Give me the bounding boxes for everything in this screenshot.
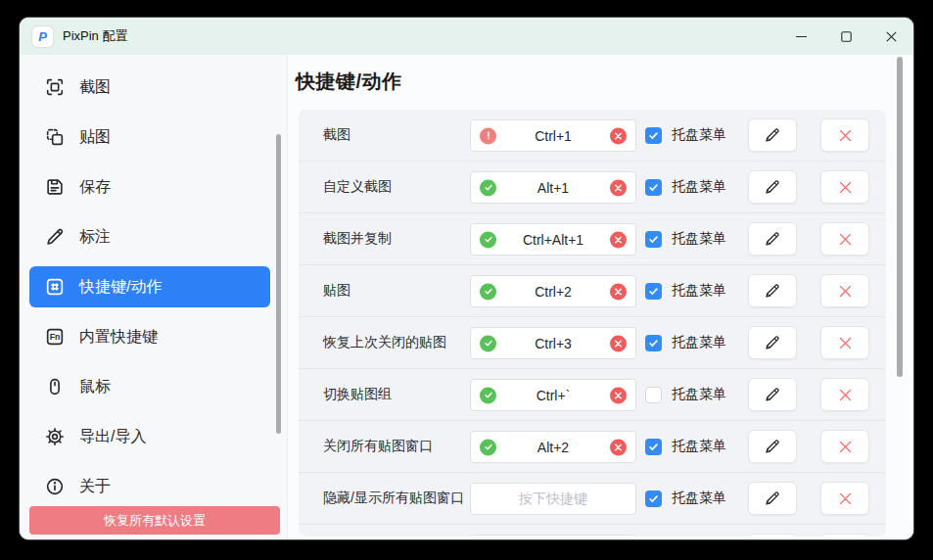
hotkey-input[interactable]: 按下快捷键 [470,483,636,515]
pencil-icon [764,178,781,196]
delete-x-icon [837,387,854,403]
edit-hotkey-button[interactable] [748,118,797,152]
annotate-pencil-icon [44,226,66,248]
delete-hotkey-button[interactable] [820,222,869,256]
maximize-icon [841,31,852,42]
tray-menu-label: 托盘菜单 [672,438,726,455]
delete-hotkey-button[interactable] [820,534,869,537]
tray-menu-checkbox[interactable] [645,283,662,300]
delete-x-icon [837,335,854,351]
maximize-button[interactable] [823,18,868,55]
restore-defaults-button[interactable]: 恢复所有默认设置 [29,506,280,535]
sidebar-nav: 截图 贴图 保存 [20,55,287,507]
hotkey-hash-icon [44,276,66,298]
sidebar-item-label: 贴图 [79,127,111,148]
minimize-icon [796,31,807,42]
edit-hotkey-button[interactable] [748,430,797,463]
tray-menu-checkbox[interactable] [645,127,662,144]
hotkey-row: 贴图 Ctrl+2 托盘菜单 [299,265,886,317]
sidebar-item-save[interactable]: 保存 [29,166,270,208]
hotkey-row: 隐藏/显示所有贴图窗口 按下快捷键 托盘菜单 [299,473,886,525]
clear-hotkey-icon[interactable] [610,231,627,248]
sidebar-item-mouse[interactable]: 鼠标 [29,366,270,407]
sidebar-item-annotate[interactable]: 标注 [29,216,270,257]
pencil-icon [764,230,781,248]
hotkey-input[interactable]: Ctrl+2 [470,275,636,307]
pin-image-icon [44,126,66,148]
clear-hotkey-icon[interactable] [610,387,627,403]
hotkey-value: 按下快捷键 [471,484,635,514]
save-icon [44,176,66,198]
hotkey-row: 截图 Ctrl+1 托盘菜单 [299,110,886,162]
clear-hotkey-icon[interactable] [610,335,627,351]
titlebar[interactable]: P PixPin 配置 [20,18,913,55]
clear-hotkey-icon[interactable] [610,179,627,196]
edit-hotkey-button[interactable] [748,274,797,307]
hotkey-input[interactable]: Alt+2 [470,431,636,463]
tray-menu-label: 托盘菜单 [672,490,726,507]
sidebar-item-export-import[interactable]: 导出/导入 [29,416,270,457]
screenshot-icon [44,76,66,98]
clear-hotkey-icon[interactable] [610,439,627,455]
gear-icon [44,426,66,447]
delete-hotkey-button[interactable] [820,326,869,359]
desktop-background: { "colors": { "titlebar_bg": "#e6f2ed", … [0,0,933,560]
sidebar-item-label: 鼠标 [79,377,111,397]
delete-hotkey-button[interactable] [820,170,869,204]
main-scrollbar[interactable] [897,57,903,377]
main-content: 快捷键/动作 截图 Ctrl+1 托盘菜单 [288,55,913,539]
delete-hotkey-button[interactable] [820,118,869,152]
edit-hotkey-button[interactable] [748,482,797,515]
hotkey-input[interactable]: Ctrl+` [470,379,636,411]
sidebar-item-pin-image[interactable]: 贴图 [29,117,270,158]
edit-hotkey-button[interactable] [748,170,797,204]
tray-menu-label: 托盘菜单 [672,282,726,300]
hotkey-row-label: 恢复上次关闭的贴图 [323,334,446,351]
delete-x-icon [837,127,854,144]
delete-x-icon [837,439,854,455]
edit-hotkey-button[interactable] [748,222,797,256]
hotkey-row-label: 自定义截图 [323,178,392,196]
clear-hotkey-icon[interactable] [610,127,627,144]
delete-hotkey-button[interactable] [820,430,869,463]
minimize-button[interactable] [778,18,823,55]
sidebar-item-label: 快捷键/动作 [79,277,162,298]
delete-x-icon [837,490,854,507]
delete-hotkey-button[interactable] [820,274,869,307]
close-button[interactable] [868,18,913,55]
sidebar-item-screenshot[interactable]: 截图 [29,67,270,108]
delete-hotkey-button[interactable] [820,378,869,411]
tray-menu-checkbox[interactable] [645,335,662,351]
hotkey-input[interactable]: Alt+1 [470,171,636,204]
hotkey-row-label: 隐藏/显示所有贴图窗口 [323,490,464,507]
tray-menu-checkbox[interactable] [645,490,662,507]
tray-menu-checkbox[interactable] [645,439,662,455]
edit-hotkey-button[interactable] [748,326,797,359]
delete-x-icon [837,179,854,196]
hotkey-input[interactable]: Ctrl+1 [470,119,636,152]
hotkey-row-label: 截图并复制 [323,230,392,248]
hotkey-row: 切换贴图组 Ctrl+` 托盘菜单 [299,369,886,421]
tray-menu-checkbox[interactable] [645,387,662,403]
clear-hotkey-icon[interactable] [610,283,627,300]
sidebar-item-label: 截图 [79,77,111,98]
tray-menu-checkbox[interactable] [645,179,662,196]
hotkey-row-label: 切换贴图组 [323,386,392,403]
pencil-icon [764,386,781,403]
edit-hotkey-button[interactable] [748,534,797,537]
sidebar: 截图 贴图 保存 [20,55,288,539]
sidebar-item-builtin-hotkeys[interactable]: Fn 内置快捷键 [29,316,270,357]
edit-hotkey-button[interactable] [748,378,797,411]
delete-hotkey-button[interactable] [820,482,869,515]
sidebar-item-hotkeys[interactable]: 快捷键/动作 [29,266,270,307]
hotkey-input[interactable]: Ctrl+3 [470,327,636,359]
pixpin-logo-icon: P [32,26,53,47]
hotkey-input[interactable] [470,535,636,537]
hotkey-input[interactable]: Ctrl+Alt+1 [470,223,636,256]
tray-menu-label: 托盘菜单 [672,386,726,403]
delete-x-icon [837,231,854,248]
sidebar-item-label: 关于 [79,477,111,497]
sidebar-scrollbar[interactable] [276,134,281,434]
tray-menu-checkbox[interactable] [645,231,662,248]
sidebar-item-about[interactable]: 关于 [29,466,270,507]
